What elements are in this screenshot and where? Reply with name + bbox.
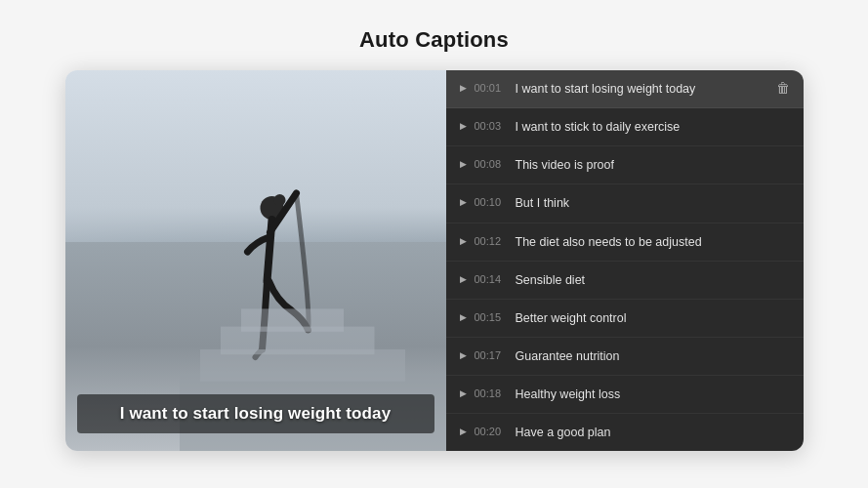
svg-point-1 xyxy=(273,194,285,206)
caption-item[interactable]: ▶ 00:15 Better weight control xyxy=(446,300,804,338)
caption-text: I want to start losing weight today xyxy=(516,80,768,98)
play-icon: ▶ xyxy=(460,197,467,207)
caption-list-panel[interactable]: ▶ 00:01 I want to start losing weight to… xyxy=(446,70,804,451)
caption-time: 00:12 xyxy=(475,235,506,247)
main-container: I want to start losing weight today ▶ 00… xyxy=(65,70,804,451)
play-icon: ▶ xyxy=(460,83,467,93)
caption-time: 00:01 xyxy=(475,82,506,94)
caption-time: 00:17 xyxy=(475,349,506,361)
play-icon: ▶ xyxy=(460,388,467,398)
caption-time: 00:10 xyxy=(475,196,506,208)
delete-icon[interactable]: 🗑 xyxy=(776,80,790,96)
caption-time: 00:08 xyxy=(475,158,506,170)
play-icon: ▶ xyxy=(460,427,467,436)
caption-text: Sensible diet xyxy=(516,271,790,289)
caption-item[interactable]: ▶ 00:17 Guarantee nutrition xyxy=(446,338,804,376)
caption-item[interactable]: ▶ 00:18 Healthy weight loss xyxy=(446,376,804,414)
caption-item[interactable]: ▶ 00:10 But I think xyxy=(446,184,804,223)
caption-text: I want to stick to daily exercise xyxy=(516,118,790,136)
caption-item[interactable]: ▶ 00:20 Have a good plan xyxy=(446,414,804,451)
caption-text: The diet also needs to be adjusted xyxy=(516,233,790,251)
caption-text: Guarantee nutrition xyxy=(516,347,790,365)
caption-time: 00:14 xyxy=(475,273,506,285)
page-title: Auto Captions xyxy=(359,27,509,53)
caption-item[interactable]: ▶ 00:14 Sensible diet xyxy=(446,262,804,300)
play-icon: ▶ xyxy=(460,350,467,360)
play-icon: ▶ xyxy=(460,121,467,131)
caption-item[interactable]: ▶ 00:12 The diet also needs to be adjust… xyxy=(446,224,804,262)
caption-item[interactable]: ▶ 00:08 This video is proof xyxy=(446,146,804,184)
subtitle-text: I want to start losing weight today xyxy=(120,404,391,423)
caption-text: Have a good plan xyxy=(516,424,790,441)
play-icon: ▶ xyxy=(460,236,467,246)
subtitle-bar: I want to start losing weight today xyxy=(77,394,434,433)
caption-item[interactable]: ▶ 00:01 I want to start losing weight to… xyxy=(446,70,804,108)
play-icon: ▶ xyxy=(460,274,467,284)
caption-time: 00:20 xyxy=(475,426,506,437)
caption-text: Better weight control xyxy=(516,309,790,327)
caption-time: 00:03 xyxy=(475,120,506,132)
caption-time: 00:15 xyxy=(475,311,506,323)
caption-time: 00:18 xyxy=(475,387,506,399)
caption-text: Healthy weight loss xyxy=(516,386,790,403)
caption-text: But I think xyxy=(516,194,790,212)
play-icon: ▶ xyxy=(460,159,467,169)
caption-text: This video is proof xyxy=(516,156,790,174)
caption-item[interactable]: ▶ 00:03 I want to stick to daily exercis… xyxy=(446,108,804,146)
video-panel: I want to start losing weight today xyxy=(65,70,446,451)
play-icon: ▶ xyxy=(460,312,467,322)
svg-rect-5 xyxy=(241,308,344,331)
